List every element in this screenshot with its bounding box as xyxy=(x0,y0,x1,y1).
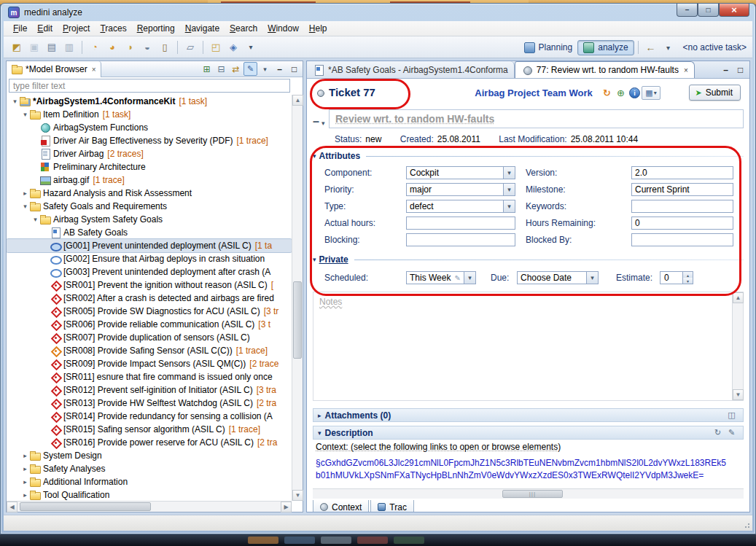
maximize-editor-icon[interactable] xyxy=(733,63,747,77)
add-element-icon[interactable] xyxy=(200,62,214,76)
tree-item[interactable]: Preliminary Architecture xyxy=(7,160,292,173)
tree-item[interactable]: ▾Airbag System Safety Goals xyxy=(7,213,292,226)
section-expand-icon[interactable]: ▸ xyxy=(318,412,322,419)
paste-icon[interactable] xyxy=(182,39,198,55)
close-button[interactable] xyxy=(719,4,749,17)
scrollbar-thumb[interactable] xyxy=(20,502,151,511)
trace-comment-icon[interactable] xyxy=(122,39,138,55)
submit-button[interactable]: Submit xyxy=(689,85,741,101)
windows-taskbar[interactable] xyxy=(0,534,756,546)
menu-file[interactable]: File xyxy=(8,22,32,35)
run-wizard-icon[interactable] xyxy=(225,39,241,55)
tree-item[interactable]: [G003] Prevent unintended deployment aft… xyxy=(7,265,292,278)
audit-icon[interactable] xyxy=(139,39,155,55)
menu-window[interactable]: Window xyxy=(262,22,304,35)
menu-help[interactable]: Help xyxy=(304,22,332,35)
filter-input[interactable]: type filter text xyxy=(9,79,290,93)
perspective-analyze-button[interactable]: analyze xyxy=(577,40,634,55)
tab-ab-safety-goals[interactable]: *AB Safety Goals - AirbagSystem1.4Confor… xyxy=(307,61,515,78)
milestone-input[interactable]: Current Sprint xyxy=(631,183,733,196)
section-collapse-icon[interactable]: ▾ xyxy=(313,152,316,160)
due-select[interactable]: Choose Date xyxy=(517,271,599,284)
menu-navigate[interactable]: Navigate xyxy=(180,22,225,35)
comments-icon[interactable] xyxy=(104,39,120,55)
priority-select[interactable]: major xyxy=(406,183,515,196)
comment-icon[interactable] xyxy=(87,39,103,55)
tree-vertical-scrollbar[interactable]: ▲ ▼ xyxy=(292,95,303,501)
keywords-input[interactable] xyxy=(631,200,733,213)
taskbar-item[interactable] xyxy=(394,537,424,544)
documentation-icon[interactable] xyxy=(157,39,173,55)
notes-textarea[interactable]: Notes ▲ ▼ xyxy=(313,292,744,401)
expand-arrow-icon[interactable]: ▾ xyxy=(31,216,39,223)
menu-edit[interactable]: Edit xyxy=(32,22,58,35)
taskbar-item[interactable] xyxy=(357,537,388,544)
tab-ticket-77[interactable]: 77: Review wrt. to random HW-faults xyxy=(515,61,695,78)
expand-arrow-icon[interactable]: ▾ xyxy=(21,203,29,210)
scroll-down-icon[interactable]: ▼ xyxy=(733,389,744,400)
expand-arrow-icon[interactable]: ▸ xyxy=(21,465,29,472)
taskbar-item[interactable] xyxy=(284,537,315,544)
menu-project[interactable]: Project xyxy=(58,22,95,35)
info-icon[interactable] xyxy=(628,86,642,100)
tree-item[interactable]: [SR014] Provide redundancy for sensing a… xyxy=(7,410,292,423)
tree-item[interactable]: ▾Safety Goals and Requirements xyxy=(7,200,292,213)
increment-icon[interactable] xyxy=(683,272,693,278)
expand-arrow-icon[interactable]: ▸ xyxy=(21,190,29,197)
description-horizontal-scrollbar[interactable]: ||| xyxy=(313,488,744,499)
tree-item[interactable]: Driver Airbag[2 traces] xyxy=(7,147,292,160)
estimate-stepper[interactable]: 0 xyxy=(660,271,693,284)
tree-item[interactable]: [SR008] Provide Safing Sensor (ASIL C(C)… xyxy=(7,344,292,357)
taskbar-item[interactable] xyxy=(248,537,278,544)
decrement-icon[interactable] xyxy=(683,278,693,284)
context-link[interactable]: §cGxhdGZvcm06L3Jlc291cmNlL0FpcmJhZ1N5c3R… xyxy=(316,457,729,483)
tree-horizontal-scrollbar[interactable]: ◀ ▶ xyxy=(7,501,292,512)
tree-item[interactable]: [SR001] Prevent the ignition without rea… xyxy=(7,278,292,292)
tab-trac[interactable]: Trac xyxy=(370,500,414,512)
scroll-up-icon[interactable]: ▲ xyxy=(733,292,744,303)
tree-item[interactable]: [SR011] esnure that fire command is issu… xyxy=(7,370,292,383)
scrollbar-thumb[interactable] xyxy=(293,281,302,359)
attachments-section-header[interactable]: ▸ Attachments (0) xyxy=(313,408,744,422)
edit-mode-toggle-icon[interactable] xyxy=(243,62,257,76)
scroll-right-icon[interactable]: ▶ xyxy=(281,502,292,512)
actual-hours-input[interactable] xyxy=(406,217,515,230)
maximize-view-icon[interactable] xyxy=(287,62,301,76)
layout-dropdown-icon[interactable] xyxy=(642,86,660,100)
export-icon[interactable] xyxy=(61,39,77,55)
tree-item[interactable]: ▸Tool Qualification xyxy=(7,488,292,501)
minimize-editor-icon[interactable] xyxy=(719,63,733,77)
tree-item[interactable]: [SR006] Provide reliable communication (… xyxy=(7,318,292,331)
print-icon[interactable] xyxy=(44,39,60,55)
private-section-header[interactable]: ▾ Private xyxy=(313,254,744,265)
tree-item[interactable]: [SR007] Provide duplication of sensors (… xyxy=(7,331,292,344)
attributes-section-header[interactable]: ▾ Attributes xyxy=(313,150,744,162)
maximize-button[interactable] xyxy=(698,4,719,17)
description-section-header[interactable]: ▾ Description xyxy=(313,426,744,440)
chevron-down-icon[interactable] xyxy=(319,115,325,128)
tree-item[interactable]: [G002] Ensure that Airbag deploys in cra… xyxy=(7,252,292,265)
stepper-buttons[interactable] xyxy=(682,272,693,284)
tree-item[interactable]: [SR009] Provide Impact Sensors (ASIL QM(… xyxy=(7,357,292,370)
view-menu-icon[interactable] xyxy=(258,62,272,76)
toolbar-dropdown-icon[interactable] xyxy=(243,39,259,55)
tree-item[interactable]: AB Safety Goals xyxy=(7,226,292,239)
notes-scrollbar[interactable]: ▲ ▼ xyxy=(732,292,743,400)
tab-model-browser[interactable]: *Model Browser xyxy=(7,61,101,77)
blocked-by-input[interactable] xyxy=(631,233,733,246)
tree-item[interactable]: ▾*AirbagSystem1.4ConformanceKit[1 task] xyxy=(7,95,292,108)
taskbar-item[interactable] xyxy=(321,537,351,544)
collapse-all-icon[interactable] xyxy=(214,62,228,76)
tree-item[interactable]: [SR015] Safing sensor algorithm (ASIL C)… xyxy=(7,423,292,436)
description-content[interactable]: Context: (select the following links to … xyxy=(316,442,729,487)
tree-item[interactable]: AirbagSystem Functions xyxy=(7,121,292,134)
back-arrow-icon[interactable] xyxy=(643,39,659,55)
expand-arrow-icon[interactable]: ▸ xyxy=(21,452,29,459)
tree-item[interactable]: [SR002] After a crash is detected and ai… xyxy=(7,292,292,305)
hours-remaining-input[interactable]: 0 xyxy=(631,217,733,230)
type-select[interactable]: defect xyxy=(406,200,515,213)
menu-traces[interactable]: Traces xyxy=(95,22,131,35)
task-history-dropdown-icon[interactable] xyxy=(660,39,677,55)
menu-search[interactable]: Search xyxy=(225,22,262,35)
tree-item[interactable]: [G001] Prevent unintended deployment (AS… xyxy=(7,239,292,252)
